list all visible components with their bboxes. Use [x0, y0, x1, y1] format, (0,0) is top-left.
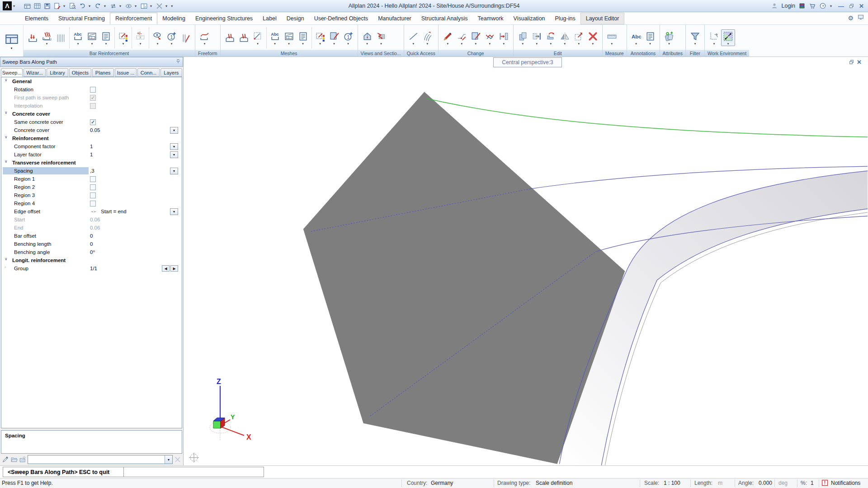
mesh-sketch-icon[interactable]: ▾	[313, 30, 327, 46]
prop-benching-length[interactable]: Benching length0	[1, 240, 182, 248]
save-icon[interactable]	[43, 2, 52, 10]
minimize-button[interactable]: —	[837, 3, 845, 9]
prop-region-4[interactable]: Region 4	[1, 199, 182, 207]
text-abc-icon[interactable]: ▾	[629, 30, 643, 46]
mesh-report-icon[interactable]: ▾	[296, 30, 310, 46]
menu-design[interactable]: Design	[282, 13, 309, 24]
undo-caret[interactable]: ▾	[89, 4, 90, 8]
copy-icon[interactable]: ▾	[516, 30, 530, 46]
notifications-label[interactable]: Notifications	[831, 480, 860, 486]
stretch-entities-icon[interactable]: ▾	[497, 30, 511, 46]
delete-icon[interactable]: ▾	[586, 30, 600, 46]
terrain-polygon[interactable]	[303, 92, 625, 464]
measure-ruler-icon[interactable]: ▾	[605, 30, 619, 46]
group-next-button[interactable]: ▶	[170, 265, 178, 272]
tools-caret[interactable]: ▾	[165, 4, 167, 8]
attributes-tags-icon[interactable]: ▾	[662, 30, 676, 46]
open-favorite-icon[interactable]	[10, 456, 18, 463]
annotation-report-icon[interactable]: ▾	[643, 30, 657, 46]
bar-renumber-icon[interactable]: ▾	[165, 30, 179, 46]
tab-sweep[interactable]: Sweep...	[1, 68, 23, 77]
prop-same-concrete-cover[interactable]: Same concrete cover	[1, 118, 182, 126]
scale-value[interactable]: 1 : 100	[664, 480, 680, 486]
menu-modeling[interactable]: Modeling	[157, 13, 190, 24]
mesh-modify-icon[interactable]: ▾	[327, 30, 341, 46]
allplan-logo-icon[interactable]: Λ	[3, 1, 12, 10]
menu-structural-analysis[interactable]: Structural Analysis	[416, 13, 473, 24]
restore-button[interactable]	[849, 3, 854, 9]
tab-connect[interactable]: Conn...	[137, 68, 159, 77]
view-eye-icon[interactable]	[124, 2, 133, 10]
angle-unit[interactable]: deg	[778, 480, 788, 486]
bar-display-icon[interactable]: ▾	[151, 30, 165, 46]
tab-issue[interactable]: Issue ...	[115, 68, 137, 77]
dropdown-button[interactable]: ▼	[170, 127, 178, 134]
login-button[interactable]: Login	[781, 3, 795, 9]
bar-report-icon[interactable]: ▾	[99, 30, 113, 46]
document-pen-caret[interactable]: ▾	[63, 4, 65, 8]
viewport-close-icon[interactable]: ✕	[857, 59, 862, 66]
shop-cart-icon[interactable]	[809, 2, 816, 9]
bar-schema-icon[interactable]: ▾	[85, 30, 99, 46]
zoom-document-icon[interactable]	[68, 2, 77, 10]
section-concrete-cover[interactable]: ∨Concrete cover	[1, 110, 182, 118]
country-value[interactable]: Germany	[431, 480, 453, 486]
mesh-place-icon[interactable]	[223, 32, 237, 44]
document-pen-icon[interactable]	[53, 2, 61, 10]
tab-objects[interactable]: Objects	[69, 68, 91, 77]
dropdown-button[interactable]: ▼	[170, 143, 178, 150]
coordinate-system-icon[interactable]: ▾	[707, 30, 721, 46]
prop-spacing[interactable]: Spacing,3▼	[1, 167, 182, 175]
mesh-place-multi-icon[interactable]	[237, 32, 251, 44]
dropdown-button[interactable]: ▼	[170, 208, 178, 215]
region1-checkbox[interactable]	[90, 176, 96, 182]
bar-span-icon[interactable]	[54, 32, 68, 44]
close-button[interactable]: ✕	[858, 3, 865, 9]
refresh-loop-icon[interactable]	[109, 2, 118, 10]
mesh-schema-icon[interactable]: ▾	[282, 30, 296, 46]
mesh-label-icon[interactable]: ▾	[268, 30, 282, 46]
tab-wizard[interactable]: Wizar...	[24, 68, 45, 77]
refresh-caret[interactable]: ▾	[119, 4, 121, 8]
redo-caret[interactable]: ▾	[104, 4, 106, 8]
dropdown-button[interactable]: ▼	[170, 151, 178, 158]
menu-label[interactable]: Label	[258, 13, 282, 24]
same-cover-checkbox[interactable]	[90, 119, 96, 125]
monitor-icon[interactable]	[857, 14, 864, 22]
help-icon[interactable]	[819, 2, 826, 9]
drawing-viewport[interactable]: Z Y X Central perspective:3 ✕	[184, 57, 868, 465]
section-longit-reinforcement[interactable]: ∨Longit. reinforcement	[1, 256, 182, 264]
prop-component-factor[interactable]: Component factor1▼	[1, 142, 182, 150]
menu-reinforcement[interactable]: Reinforcement	[110, 13, 157, 24]
line-tool-icon[interactable]: ▾	[406, 30, 420, 46]
redo-icon[interactable]	[94, 2, 102, 10]
edit-pencil-icon[interactable]: ▾	[441, 30, 455, 46]
drawing-canvas[interactable]: Z Y X	[184, 57, 868, 465]
mirror-icon[interactable]: ▾	[558, 30, 572, 46]
logo-dropdown-caret[interactable]: ▾	[13, 4, 15, 8]
bar-plus-minus-icon[interactable]: ▾	[133, 30, 147, 46]
mesh-renumber-icon[interactable]: ▾	[341, 30, 355, 46]
rotation-checkbox[interactable]	[90, 87, 96, 93]
window-split-icon[interactable]	[140, 2, 148, 10]
prop-concrete-cover[interactable]: Concrete cover0.05▼	[1, 126, 182, 134]
section-reinforcement[interactable]: ∨Reinforcement	[1, 134, 182, 142]
freeform-bar-icon[interactable]: ▾	[198, 30, 212, 46]
region2-checkbox[interactable]	[90, 184, 96, 190]
notifications-icon[interactable]: !	[822, 480, 828, 486]
drawing-type-value[interactable]: Scale definition	[536, 480, 572, 486]
modify-format-icon[interactable]: ▾	[469, 30, 483, 46]
percent-value[interactable]: 1	[811, 480, 814, 486]
dialog-prompt[interactable]: <Sweep Bars Along Path> ESC to quit	[3, 467, 124, 477]
user-icon[interactable]	[771, 2, 778, 9]
allplan-connect-icon[interactable]	[798, 2, 806, 9]
bar-label-icon[interactable]: ▾	[71, 30, 85, 46]
prop-rotation[interactable]: Rotation	[1, 85, 182, 94]
pin-icon[interactable]	[175, 58, 181, 66]
prop-bar-offset[interactable]: Bar offset0	[1, 232, 182, 240]
region4-checkbox[interactable]	[90, 201, 96, 206]
menu-visualization[interactable]: Visualization	[509, 13, 550, 24]
prop-layer-factor[interactable]: Layer factor1▼	[1, 150, 182, 159]
prop-region-2[interactable]: Region 2	[1, 183, 182, 191]
menu-plug-ins[interactable]: Plug-ins	[550, 13, 580, 24]
